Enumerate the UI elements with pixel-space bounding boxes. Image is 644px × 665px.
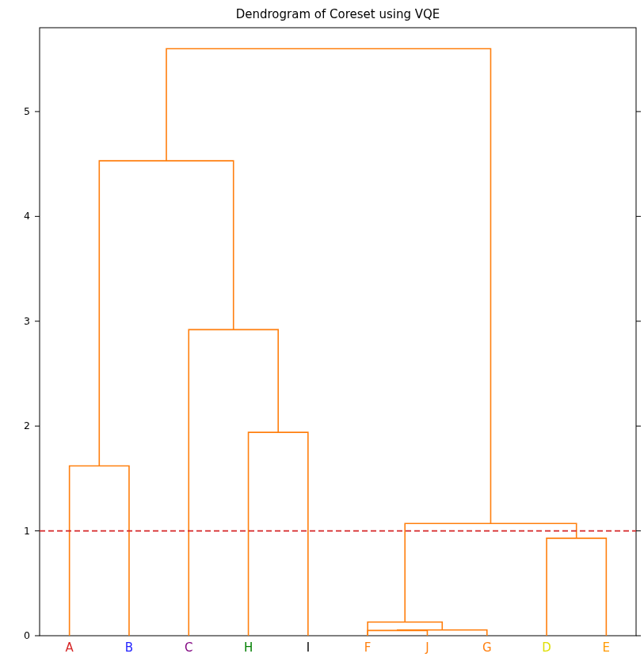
leaf-label: F [364,640,372,655]
leaf-label: C [185,640,192,655]
y-tick-label: 5 [24,105,30,117]
y-tick-label: 3 [24,315,30,327]
leaf-label: J [425,640,429,655]
dendro-link [249,432,308,636]
dendro-link [368,630,427,636]
leaf-label: H [244,640,253,655]
dendro-link [70,466,129,636]
y-tick-label: 1 [24,525,30,537]
leaf-label: D [542,640,551,655]
leaf-label: E [603,640,610,655]
dendro-link [547,538,606,636]
dendro-link [368,622,442,636]
y-tick-label: 0 [24,629,30,641]
chart-title: Dendrogram of Coreset using VQE [236,7,440,21]
dendrogram-lines [70,48,607,636]
leaf-label: I [307,640,310,655]
dendro-link [189,329,278,636]
y-tick-label: 2 [24,420,30,431]
dendro-link [99,161,233,466]
leaf-label: B [125,640,133,655]
y-axis: 012345 [24,105,641,641]
y-tick-label: 4 [24,210,30,222]
leaf-label: A [66,640,74,655]
x-axis: ABCHIFJGDE [66,640,611,655]
dendro-link [166,48,490,523]
leaf-label: G [482,640,492,655]
